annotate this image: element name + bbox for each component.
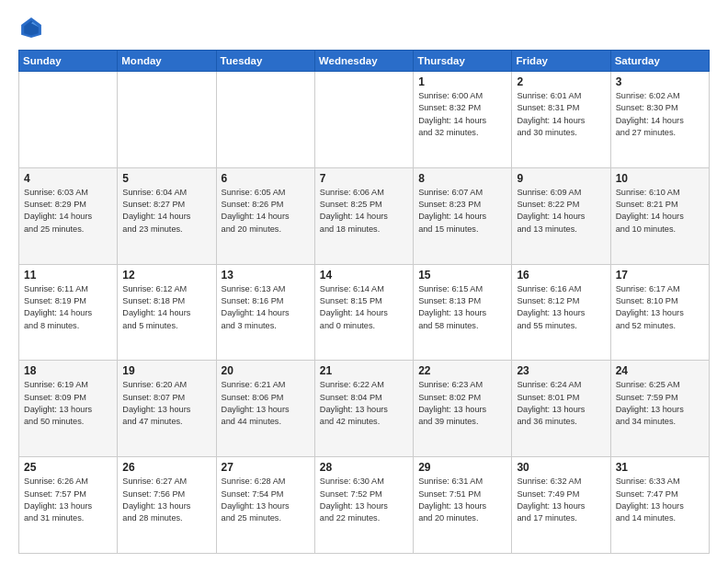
- weekday-header-sunday: Sunday: [19, 51, 118, 72]
- calendar-cell: 26Sunrise: 6:27 AM Sunset: 7:56 PM Dayli…: [118, 457, 216, 554]
- day-number: 5: [122, 172, 210, 185]
- day-number: 14: [320, 269, 408, 282]
- calendar-cell: 7Sunrise: 6:06 AM Sunset: 8:25 PM Daylig…: [314, 167, 413, 264]
- day-info: Sunrise: 6:05 AM Sunset: 8:26 PM Dayligh…: [222, 187, 310, 236]
- calendar-header: SundayMondayTuesdayWednesdayThursdayFrid…: [19, 51, 710, 72]
- day-info: Sunrise: 6:09 AM Sunset: 8:22 PM Dayligh…: [517, 187, 605, 236]
- calendar-cell: 15Sunrise: 6:15 AM Sunset: 8:13 PM Dayli…: [414, 264, 512, 361]
- day-info: Sunrise: 6:25 AM Sunset: 7:59 PM Dayligh…: [616, 379, 704, 428]
- day-number: 2: [517, 75, 605, 88]
- day-number: 30: [517, 461, 605, 474]
- weekday-header-friday: Friday: [512, 51, 610, 72]
- calendar-cell: 22Sunrise: 6:23 AM Sunset: 8:02 PM Dayli…: [414, 361, 512, 457]
- page: SundayMondayTuesdayWednesdayThursdayFrid…: [0, 0, 728, 563]
- day-info: Sunrise: 6:14 AM Sunset: 8:15 PM Dayligh…: [320, 283, 408, 332]
- day-info: Sunrise: 6:32 AM Sunset: 7:49 PM Dayligh…: [517, 476, 605, 524]
- day-info: Sunrise: 6:12 AM Sunset: 8:18 PM Dayligh…: [122, 283, 210, 332]
- weekday-header-monday: Monday: [118, 51, 216, 72]
- calendar-cell: 18Sunrise: 6:19 AM Sunset: 8:09 PM Dayli…: [19, 361, 118, 457]
- day-info: Sunrise: 6:31 AM Sunset: 7:51 PM Dayligh…: [418, 476, 506, 524]
- day-info: Sunrise: 6:00 AM Sunset: 8:32 PM Dayligh…: [418, 90, 506, 139]
- day-info: Sunrise: 6:16 AM Sunset: 8:12 PM Dayligh…: [517, 283, 605, 332]
- calendar-cell: 27Sunrise: 6:28 AM Sunset: 7:54 PM Dayli…: [216, 457, 314, 554]
- calendar-cell: [216, 72, 314, 168]
- day-number: 21: [320, 364, 408, 377]
- day-info: Sunrise: 6:15 AM Sunset: 8:13 PM Dayligh…: [418, 283, 506, 332]
- day-info: Sunrise: 6:28 AM Sunset: 7:54 PM Dayligh…: [222, 476, 310, 524]
- calendar-cell: 25Sunrise: 6:26 AM Sunset: 7:57 PM Dayli…: [19, 457, 118, 554]
- weekday-header-tuesday: Tuesday: [216, 51, 314, 72]
- day-number: 9: [517, 172, 605, 185]
- calendar-cell: 10Sunrise: 6:10 AM Sunset: 8:21 PM Dayli…: [610, 167, 709, 264]
- day-number: 31: [616, 461, 704, 474]
- day-number: 11: [24, 269, 112, 282]
- calendar-cell: 11Sunrise: 6:11 AM Sunset: 8:19 PM Dayli…: [19, 264, 118, 361]
- day-number: 28: [320, 461, 408, 474]
- calendar-cell: 12Sunrise: 6:12 AM Sunset: 8:18 PM Dayli…: [118, 264, 216, 361]
- day-number: 26: [122, 461, 210, 474]
- calendar-week-1: 1Sunrise: 6:00 AM Sunset: 8:32 PM Daylig…: [19, 72, 710, 168]
- day-number: 12: [122, 269, 210, 282]
- weekday-header-wednesday: Wednesday: [314, 51, 413, 72]
- day-info: Sunrise: 6:21 AM Sunset: 8:06 PM Dayligh…: [222, 379, 310, 428]
- day-number: 24: [616, 364, 704, 377]
- calendar-cell: 4Sunrise: 6:03 AM Sunset: 8:29 PM Daylig…: [19, 167, 118, 264]
- calendar-cell: 21Sunrise: 6:22 AM Sunset: 8:04 PM Dayli…: [314, 361, 413, 457]
- calendar-cell: 23Sunrise: 6:24 AM Sunset: 8:01 PM Dayli…: [512, 361, 610, 457]
- calendar-cell: 24Sunrise: 6:25 AM Sunset: 7:59 PM Dayli…: [610, 361, 709, 457]
- logo-icon: [18, 15, 44, 40]
- day-number: 16: [517, 269, 605, 282]
- calendar-cell: 31Sunrise: 6:33 AM Sunset: 7:47 PM Dayli…: [610, 457, 709, 554]
- day-info: Sunrise: 6:33 AM Sunset: 7:47 PM Dayligh…: [616, 476, 704, 524]
- calendar-cell: 16Sunrise: 6:16 AM Sunset: 8:12 PM Dayli…: [512, 264, 610, 361]
- day-info: Sunrise: 6:06 AM Sunset: 8:25 PM Dayligh…: [320, 187, 408, 236]
- calendar-cell: [19, 72, 118, 168]
- weekday-header-thursday: Thursday: [414, 51, 512, 72]
- day-number: 23: [517, 364, 605, 377]
- calendar-cell: 3Sunrise: 6:02 AM Sunset: 8:30 PM Daylig…: [610, 72, 709, 168]
- day-info: Sunrise: 6:13 AM Sunset: 8:16 PM Dayligh…: [222, 283, 310, 332]
- calendar-table: SundayMondayTuesdayWednesdayThursdayFrid…: [18, 50, 710, 554]
- day-info: Sunrise: 6:11 AM Sunset: 8:19 PM Dayligh…: [24, 283, 112, 332]
- calendar-body: 1Sunrise: 6:00 AM Sunset: 8:32 PM Daylig…: [19, 72, 710, 554]
- day-number: 22: [418, 364, 506, 377]
- day-info: Sunrise: 6:24 AM Sunset: 8:01 PM Dayligh…: [517, 379, 605, 428]
- day-info: Sunrise: 6:19 AM Sunset: 8:09 PM Dayligh…: [24, 379, 112, 428]
- day-info: Sunrise: 6:02 AM Sunset: 8:30 PM Dayligh…: [616, 90, 704, 139]
- calendar-cell: 19Sunrise: 6:20 AM Sunset: 8:07 PM Dayli…: [118, 361, 216, 457]
- calendar-cell: [118, 72, 216, 168]
- calendar-cell: 9Sunrise: 6:09 AM Sunset: 8:22 PM Daylig…: [512, 167, 610, 264]
- calendar-cell: 8Sunrise: 6:07 AM Sunset: 8:23 PM Daylig…: [414, 167, 512, 264]
- day-info: Sunrise: 6:23 AM Sunset: 8:02 PM Dayligh…: [418, 379, 506, 428]
- weekday-header-row: SundayMondayTuesdayWednesdayThursdayFrid…: [19, 51, 710, 72]
- calendar-week-3: 11Sunrise: 6:11 AM Sunset: 8:19 PM Dayli…: [19, 264, 710, 361]
- day-number: 27: [222, 461, 310, 474]
- day-number: 13: [222, 269, 310, 282]
- day-info: Sunrise: 6:10 AM Sunset: 8:21 PM Dayligh…: [616, 187, 704, 236]
- day-info: Sunrise: 6:26 AM Sunset: 7:57 PM Dayligh…: [24, 476, 112, 524]
- calendar-cell: 20Sunrise: 6:21 AM Sunset: 8:06 PM Dayli…: [216, 361, 314, 457]
- calendar-cell: 2Sunrise: 6:01 AM Sunset: 8:31 PM Daylig…: [512, 72, 610, 168]
- logo: [18, 15, 48, 40]
- calendar-cell: 17Sunrise: 6:17 AM Sunset: 8:10 PM Dayli…: [610, 264, 709, 361]
- header: [18, 15, 710, 40]
- day-number: 1: [418, 75, 506, 88]
- calendar-week-2: 4Sunrise: 6:03 AM Sunset: 8:29 PM Daylig…: [19, 167, 710, 264]
- day-number: 17: [616, 269, 704, 282]
- day-number: 18: [24, 364, 112, 377]
- weekday-header-saturday: Saturday: [610, 51, 709, 72]
- calendar-cell: 30Sunrise: 6:32 AM Sunset: 7:49 PM Dayli…: [512, 457, 610, 554]
- day-info: Sunrise: 6:03 AM Sunset: 8:29 PM Dayligh…: [24, 187, 112, 236]
- day-number: 15: [418, 269, 506, 282]
- day-number: 4: [24, 172, 112, 185]
- day-number: 8: [418, 172, 506, 185]
- calendar-cell: 28Sunrise: 6:30 AM Sunset: 7:52 PM Dayli…: [314, 457, 413, 554]
- day-info: Sunrise: 6:22 AM Sunset: 8:04 PM Dayligh…: [320, 379, 408, 428]
- day-number: 3: [616, 75, 704, 88]
- day-info: Sunrise: 6:20 AM Sunset: 8:07 PM Dayligh…: [122, 379, 210, 428]
- calendar-week-5: 25Sunrise: 6:26 AM Sunset: 7:57 PM Dayli…: [19, 457, 710, 554]
- day-info: Sunrise: 6:17 AM Sunset: 8:10 PM Dayligh…: [616, 283, 704, 332]
- calendar-week-4: 18Sunrise: 6:19 AM Sunset: 8:09 PM Dayli…: [19, 361, 710, 457]
- day-info: Sunrise: 6:04 AM Sunset: 8:27 PM Dayligh…: [122, 187, 210, 236]
- day-number: 29: [418, 461, 506, 474]
